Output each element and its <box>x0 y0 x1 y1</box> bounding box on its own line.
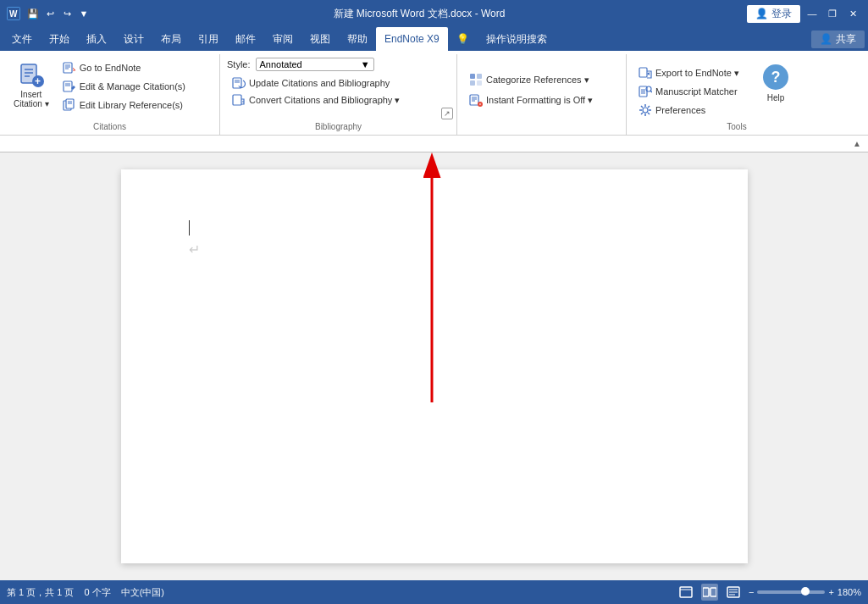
read-mode-view-button[interactable] <box>701 584 718 601</box>
export-to-endnote-button[interactable]: Export to EndNote ▾ <box>633 64 744 81</box>
title-text: 新建 Microsoft Word 文档.docx - Word <box>334 8 506 19</box>
page-info: 第 1 页，共 1 页 <box>7 586 74 599</box>
svg-rect-36 <box>639 68 647 77</box>
style-row: Style: Annotated ▼ <box>227 58 450 71</box>
menu-insert[interactable]: 插入 <box>78 27 115 51</box>
title-bar: W 💾 ↩ ↪ ▼ 新建 Microsoft Word 文档.docx - Wo… <box>0 0 868 27</box>
login-button[interactable]: 👤 登录 <box>747 5 800 23</box>
goto-endnote-icon <box>63 61 76 75</box>
cursor <box>189 220 190 236</box>
word-icon: W <box>7 7 20 20</box>
svg-rect-24 <box>233 95 241 105</box>
menu-bar: 文件 开始 插入 设计 布局 引用 邮件 审阅 视图 帮助 EndNote X9… <box>0 27 868 51</box>
update-citations-label: Update Citations and Bibliography <box>249 78 390 88</box>
instant-formatting-button[interactable]: Instant Formatting is Off ▾ <box>464 91 598 108</box>
web-layout-view-button[interactable] <box>725 584 742 601</box>
zoom-minus-button[interactable]: − <box>749 587 754 597</box>
zoom-thumb <box>801 587 810 596</box>
menu-home[interactable]: 开始 <box>41 27 78 51</box>
svg-rect-28 <box>470 80 475 86</box>
update-citations-button[interactable]: Update Citations and Bibliography <box>227 75 450 91</box>
menu-file[interactable]: 文件 <box>3 27 41 51</box>
undo-quick-btn[interactable]: ↩ <box>42 6 58 21</box>
svg-line-49 <box>648 113 650 114</box>
edit-citation-icon <box>63 80 76 93</box>
instant-formatting-icon <box>469 93 483 107</box>
document-area: ↵ <box>0 152 868 580</box>
categorize-references-button[interactable]: Categorize References ▾ <box>464 71 598 88</box>
user-icon: 👤 <box>755 8 768 19</box>
minimize-button[interactable]: — <box>804 5 821 22</box>
manuscript-matcher-label: Manuscript Matcher <box>655 86 738 97</box>
bibliography-group: Style: Annotated ▼ <box>220 54 457 135</box>
tools-left-buttons: Export to EndNote ▾ <box>633 58 744 119</box>
bibliography-group-content: Style: Annotated ▼ <box>227 58 450 108</box>
svg-line-51 <box>641 113 643 114</box>
menu-search[interactable]: 操作说明搜索 <box>478 27 556 51</box>
menu-design[interactable]: 设计 <box>115 27 152 51</box>
menu-references[interactable]: 引用 <box>190 27 227 51</box>
save-quick-btn[interactable]: 💾 <box>25 6 41 21</box>
svg-rect-27 <box>477 74 482 79</box>
help-button[interactable]: ? Help <box>755 61 797 106</box>
convert-citations-button[interactable]: Convert Citations and Bibliography ▾ <box>227 91 450 108</box>
categorize-group: Categorize References ▾ Instant Fo <box>457 54 627 135</box>
convert-citations-label: Convert Citations and Bibliography ▾ <box>249 95 400 106</box>
menu-help[interactable]: 帮助 <box>339 27 376 51</box>
svg-text:+: + <box>35 75 41 87</box>
zoom-area: − + 180% <box>749 587 861 597</box>
svg-rect-29 <box>477 80 482 86</box>
menu-layout[interactable]: 布局 <box>152 27 190 51</box>
title-bar-left: W 💾 ↩ ↪ ▼ <box>7 6 91 21</box>
edit-library-reference-button[interactable]: Edit Library Reference(s) <box>58 97 191 114</box>
menu-review[interactable]: 审阅 <box>264 27 301 51</box>
share-icon: 👤 <box>820 33 832 45</box>
style-label: Style: <box>227 59 251 69</box>
menu-mail[interactable]: 邮件 <box>227 27 264 51</box>
tools-group: Export to EndNote ▾ <box>627 54 847 135</box>
redo-quick-btn[interactable]: ↪ <box>59 6 75 21</box>
svg-rect-30 <box>470 95 478 105</box>
preferences-button[interactable]: Preferences <box>633 102 744 119</box>
menu-lightbulb[interactable]: 💡 <box>448 27 478 51</box>
style-value: Annotated <box>260 59 302 69</box>
help-circle-icon: ? <box>763 64 788 90</box>
share-button[interactable]: 👤 共享 <box>811 30 865 48</box>
print-layout-view-button[interactable] <box>677 584 694 601</box>
convert-citations-icon <box>232 93 246 107</box>
citations-group-label: Citations <box>0 122 219 131</box>
export-endnote-label: Export to EndNote ▾ <box>655 68 739 79</box>
customize-quick-btn[interactable]: ▼ <box>76 6 91 21</box>
restore-button[interactable]: ❐ <box>824 5 841 22</box>
insert-citation-button[interactable]: + Insert Citation ▾ <box>7 58 56 112</box>
close-button[interactable]: ✕ <box>844 5 861 22</box>
menu-view[interactable]: 视图 <box>301 27 339 51</box>
style-dropdown[interactable]: Annotated ▼ <box>256 58 374 71</box>
zoom-slider[interactable] <box>757 590 825 594</box>
svg-rect-54 <box>680 587 692 597</box>
quick-access-toolbar: 💾 ↩ ↪ ▼ <box>25 6 91 21</box>
menu-endnote[interactable]: EndNote X9 <box>376 27 448 51</box>
citations-group: + Insert Citation ▾ <box>0 54 220 135</box>
status-right: − + 180% <box>677 584 861 601</box>
collapse-ribbon-button[interactable]: ▲ <box>849 137 865 150</box>
citations-group-content: + Insert Citation ▾ <box>7 58 191 131</box>
go-to-endnote-button[interactable]: Go to EndNote <box>58 59 191 76</box>
status-bar: 第 1 页，共 1 页 0 个字 中文(中国) <box>0 580 868 604</box>
svg-rect-57 <box>710 588 716 596</box>
insert-citation-label: Insert Citation ▾ <box>14 90 49 108</box>
instant-formatting-label: Instant Formatting is Off ▾ <box>486 95 593 106</box>
share-label: 共享 <box>836 32 856 47</box>
zoom-plus-button[interactable]: + <box>828 587 833 597</box>
ribbon: + Insert Citation ▾ <box>0 51 868 136</box>
bibliography-expand-button[interactable]: ↗ <box>441 108 453 119</box>
preferences-icon <box>639 103 652 117</box>
categorize-references-label: Categorize References ▾ <box>486 75 589 86</box>
manuscript-matcher-button[interactable]: Manuscript Matcher <box>633 83 744 100</box>
update-citations-icon <box>232 76 246 90</box>
svg-rect-13 <box>64 81 72 91</box>
svg-line-48 <box>641 106 643 108</box>
edit-manage-citation-button[interactable]: Edit & Manage Citation(s) <box>58 78 191 95</box>
edit-library-reference-label: Edit Library Reference(s) <box>80 100 183 110</box>
window-title: 新建 Microsoft Word 文档.docx - Word <box>91 7 747 21</box>
